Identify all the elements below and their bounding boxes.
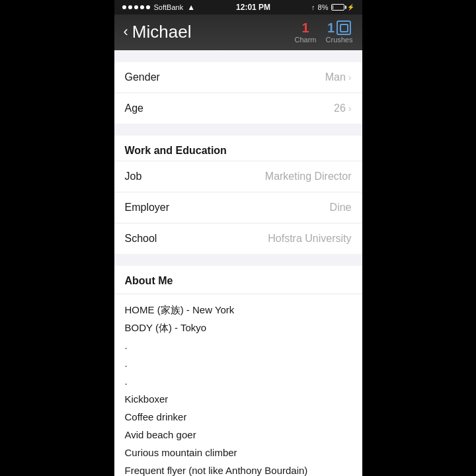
about-title: About Me [125, 275, 173, 286]
status-right: ↑ 8% ⚡ [311, 3, 354, 11]
top-divider [114, 50, 362, 62]
basic-info-section: Gender Man › Age 26 › [114, 62, 362, 124]
about-line: Kickboxer [125, 390, 352, 408]
profile-header: ‹ Michael 1 Charm 1 Crushes [114, 15, 362, 50]
battery-bolt-icon: ⚡ [347, 4, 354, 11]
crushes-label: Crushes [326, 36, 353, 44]
gender-label: Gender [125, 71, 160, 83]
about-header: About Me [114, 266, 362, 294]
about-text: HOME (家族) - New YorkBODY (体) - Tokyo...K… [125, 301, 352, 476]
school-label: School [125, 233, 157, 245]
work-divider [114, 124, 362, 136]
gender-row[interactable]: Gender Man › [114, 62, 362, 93]
profile-name: Michael [132, 22, 295, 42]
charm-stat[interactable]: 1 Charm [295, 20, 317, 44]
gender-chevron: › [348, 72, 352, 83]
crushes-icon [337, 20, 351, 35]
crushes-stat[interactable]: 1 Crushes [326, 20, 353, 44]
signal-dot-2 [128, 5, 132, 9]
gender-value: Man › [325, 71, 352, 83]
signal-dot-5 [146, 5, 150, 9]
age-chevron: › [348, 103, 352, 114]
header-stats: 1 Charm 1 Crushes [295, 20, 353, 44]
employer-value: Dine [330, 202, 352, 214]
status-left: SoftBank ▲ [122, 3, 196, 12]
about-line: . [125, 354, 352, 372]
about-line: . [125, 372, 352, 390]
clock: 12:01 PM [236, 3, 270, 12]
work-section-title: Work and Education [125, 145, 227, 156]
about-content: HOME (家族) - New YorkBODY (体) - Tokyo...K… [114, 294, 362, 476]
profile-content: Gender Man › Age 26 › Work and Education [114, 50, 362, 476]
status-bar: SoftBank ▲ 12:01 PM ↑ 8% ⚡ [114, 0, 362, 15]
employer-label: Employer [125, 202, 170, 214]
age-label: Age [125, 102, 143, 114]
carrier-label: SoftBank [154, 3, 184, 11]
crushes-inner-box [340, 24, 348, 32]
back-button[interactable]: ‹ [124, 23, 128, 40]
about-line: Curious mountain climber [125, 444, 352, 461]
employer-row[interactable]: Employer Dine [114, 192, 362, 223]
job-value: Marketing Director [265, 171, 352, 182]
about-line: Frequent flyer (not like Anthony Bourdai… [125, 461, 352, 476]
wifi-icon: ▲ [187, 3, 195, 12]
battery-fill [333, 5, 334, 9]
charm-count: 1 [301, 20, 309, 36]
signal-dot-4 [140, 5, 144, 9]
about-line: . [125, 337, 352, 354]
charm-label: Charm [295, 36, 317, 44]
about-line: Avid beach goer [125, 426, 352, 444]
battery-container: ⚡ [331, 4, 354, 11]
about-line: BODY (体) - Tokyo [125, 319, 352, 337]
signal-dot-1 [122, 5, 126, 9]
phone-container: SoftBank ▲ 12:01 PM ↑ 8% ⚡ ‹ Michael 1 C… [114, 0, 362, 476]
age-row[interactable]: Age 26 › [114, 93, 362, 124]
work-section: Work and Education Job Marketing Directo… [114, 136, 362, 254]
about-divider [114, 254, 362, 266]
crushes-count: 1 [327, 20, 335, 36]
location-icon: ↑ [311, 3, 315, 11]
signal-dot-3 [134, 5, 138, 9]
about-section: About Me HOME (家族) - New YorkBODY (体) - … [114, 266, 362, 476]
about-line: Coffee drinker [125, 408, 352, 426]
job-label: Job [125, 171, 142, 182]
job-row[interactable]: Job Marketing Director [114, 161, 362, 192]
work-section-header: Work and Education [114, 136, 362, 161]
school-value: Hofstra University [268, 233, 351, 245]
battery-pct: 8% [318, 3, 329, 11]
school-row[interactable]: School Hofstra University [114, 223, 362, 254]
about-line: HOME (家族) - New York [125, 301, 352, 319]
battery-box [331, 4, 344, 11]
age-value: 26 › [334, 102, 351, 114]
